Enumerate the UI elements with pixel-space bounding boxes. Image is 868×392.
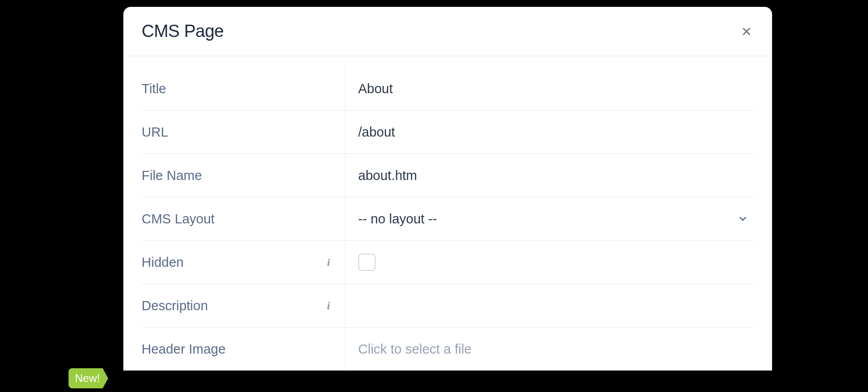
url-value-col[interactable]: /about (345, 125, 754, 140)
url-value: /about (358, 125, 395, 140)
hidden-label-col: Hidden i (142, 241, 345, 284)
hidden-value-col (345, 254, 754, 271)
header-image-row: Header Image Click to select a file (142, 328, 754, 371)
cms-layout-select[interactable]: -- no layout -- (345, 212, 754, 227)
new-badge: New! (69, 368, 108, 388)
description-label: Description (142, 298, 208, 313)
title-value-col[interactable]: About (345, 81, 754, 96)
filename-value: about.htm (358, 168, 417, 183)
modal-title: CMS Page (142, 21, 224, 41)
hidden-checkbox[interactable] (358, 254, 376, 271)
modal-header: CMS Page (123, 7, 772, 56)
filename-value-col[interactable]: about.htm (345, 168, 754, 183)
description-label-col: Description i (142, 284, 345, 327)
chevron-down-icon (737, 213, 748, 224)
header-image-label-col: Header Image (142, 328, 345, 371)
url-row: URL /about (142, 111, 754, 154)
filename-label-col: File Name (142, 154, 345, 197)
url-label-col: URL (142, 111, 345, 154)
title-label-col: Title (142, 67, 345, 110)
title-label: Title (142, 81, 166, 96)
title-value: About (358, 81, 393, 96)
header-image-placeholder: Click to select a file (358, 342, 471, 357)
filename-row: File Name about.htm (142, 154, 754, 197)
cms-layout-row: CMS Layout -- no layout -- (142, 197, 754, 241)
info-icon[interactable]: i (323, 300, 334, 311)
title-row: Title About (142, 67, 754, 111)
filename-label: File Name (142, 168, 202, 183)
cms-page-modal: CMS Page Title About URL /about (123, 7, 772, 371)
url-label: URL (142, 125, 168, 140)
description-row: Description i (142, 284, 754, 328)
modal-body: Title About URL /about File Name about.h… (123, 56, 772, 371)
header-image-value-col[interactable]: Click to select a file (345, 342, 754, 357)
close-button[interactable] (739, 24, 754, 39)
info-icon[interactable]: i (323, 257, 334, 268)
header-image-label: Header Image (142, 342, 226, 357)
close-icon (741, 26, 752, 37)
hidden-label: Hidden (142, 255, 184, 270)
hidden-row: Hidden i (142, 241, 754, 284)
cms-layout-label: CMS Layout (142, 212, 215, 227)
cms-layout-label-col: CMS Layout (142, 197, 345, 240)
cms-layout-value: -- no layout -- (358, 212, 437, 227)
